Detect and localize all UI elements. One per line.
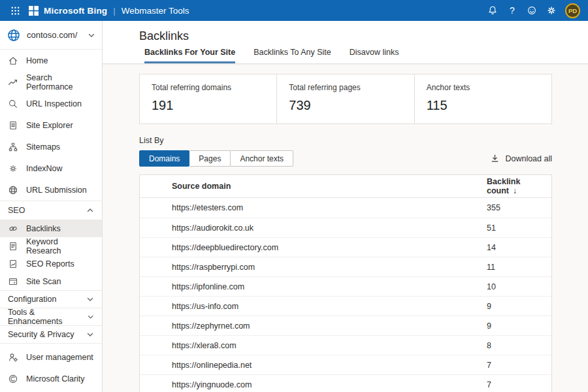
table-row[interactable]: https://etesters.com 355 xyxy=(140,198,551,218)
bell-icon xyxy=(487,5,498,16)
sidebar-item-seo-reports[interactable]: SEO Reports xyxy=(0,255,102,272)
user-gear-icon xyxy=(8,352,18,363)
app-launcher-button[interactable] xyxy=(5,0,25,21)
top-bar: Microsoft Bing | Webmaster Tools ? xyxy=(0,0,588,21)
sidebar-item-user-management[interactable]: User management xyxy=(0,346,102,368)
backlink-count-cell: 14 xyxy=(487,243,551,252)
list-by-segmented-control: Domains Pages Anchor texts xyxy=(139,150,293,167)
main-area: Backlinks Backlinks For Your Site Backli… xyxy=(103,21,588,392)
sidebar-item-label: Site Explorer xyxy=(26,121,73,130)
indexnow-gear-icon xyxy=(8,163,18,174)
stat-value: 191 xyxy=(152,98,265,113)
home-icon xyxy=(8,56,18,66)
settings-button[interactable] xyxy=(542,0,561,21)
table-row[interactable]: https://xlera8.com 8 xyxy=(140,335,551,355)
tab-backlinks-for-your-site[interactable]: Backlinks For Your Site xyxy=(144,48,235,63)
tab-backlinks-to-any-site[interactable]: Backlinks To Any Site xyxy=(253,48,331,63)
section-label: Configuration xyxy=(8,295,56,304)
backlink-count-cell: 7 xyxy=(487,380,551,389)
source-domain-cell: https://deepbluedirectory.com xyxy=(140,243,487,252)
stat-total-referring-domains: Total referring domains 191 xyxy=(140,74,276,123)
table-row[interactable]: https://deepbluedirectory.com 14 xyxy=(140,237,551,257)
table-row[interactable]: https://audiorokit.co.uk 51 xyxy=(140,218,551,237)
sidebar-section-tools-enhancements[interactable]: Tools & Enhancements xyxy=(0,308,102,326)
backlink-count-cell: 9 xyxy=(487,302,551,311)
sidebar-item-label: Keyword Research xyxy=(26,237,94,255)
feedback-button[interactable] xyxy=(522,0,542,21)
table-row[interactable]: https://us-info.com 9 xyxy=(140,296,551,316)
sidebar-section-configuration[interactable]: Configuration xyxy=(0,291,102,308)
page-title: Backlinks xyxy=(103,21,588,43)
section-label: SEO xyxy=(8,206,25,215)
source-domain-cell: https://onlinepedia.net xyxy=(140,361,487,370)
globe-icon xyxy=(7,28,21,42)
sidebar-item-indexnow[interactable]: IndexNow xyxy=(0,157,102,179)
sidebar-item-label: Home xyxy=(26,56,48,65)
list-by-anchor-texts-button[interactable]: Anchor texts xyxy=(230,150,293,167)
column-header-source-domain[interactable]: Source domain xyxy=(140,182,487,191)
table-row[interactable]: https://yingnuode.com 7 xyxy=(140,374,551,392)
sidebar-section-seo[interactable]: SEO xyxy=(0,201,102,220)
sidebar-item-microsoft-clarity[interactable]: Microsoft Clarity xyxy=(0,368,102,389)
sidebar-item-label: SEO Reports xyxy=(26,259,74,269)
backlink-count-cell: 11 xyxy=(487,263,551,272)
sidebar-item-home[interactable]: Home xyxy=(0,50,102,71)
brand-name[interactable]: Microsoft Bing xyxy=(44,6,107,16)
sidebar-section-security-privacy[interactable]: Security & Privacy xyxy=(0,326,102,344)
backlinks-table: Source domain Backlink count↓ https://et… xyxy=(139,174,552,392)
backlink-count-cell: 9 xyxy=(487,321,551,331)
sidebar-item-label: URL Submission xyxy=(26,186,87,195)
topbar-actions: ? PD xyxy=(483,0,583,21)
list-by-domains-button[interactable]: Domains xyxy=(139,150,189,167)
source-domain-cell: https://etesters.com xyxy=(140,203,487,212)
sort-descending-icon: ↓ xyxy=(513,186,517,195)
sidebar-item-label: Microsoft Clarity xyxy=(26,374,85,384)
stat-label: Anchor texts xyxy=(427,83,540,92)
sidebar-item-sitemaps[interactable]: Sitemaps xyxy=(0,136,102,157)
table-row[interactable]: https://raspberrypi.com 11 xyxy=(140,257,551,276)
chevron-up-icon xyxy=(86,206,94,214)
hierarchy-icon xyxy=(8,142,18,152)
waffle-icon xyxy=(10,6,20,16)
sidebar-item-label: IndexNow xyxy=(26,164,63,173)
help-icon: ? xyxy=(510,5,515,16)
sidebar-item-label: URL Inspection xyxy=(26,99,82,108)
sidebar-item-backlinks[interactable]: Backlinks xyxy=(0,220,102,237)
section-label: Tools & Enhancements xyxy=(8,308,87,326)
table-row[interactable]: https://zephyrnet.com 9 xyxy=(140,316,551,335)
sidebar-item-keyword-research[interactable]: Keyword Research xyxy=(0,237,102,255)
keyword-doc-icon xyxy=(8,241,18,252)
sidebar-item-site-explorer[interactable]: Site Explorer xyxy=(0,114,102,136)
sidebar-item-label: Search Performance xyxy=(26,73,94,91)
sidebar-item-label: Sitemaps xyxy=(26,142,60,152)
microsoft-logo-icon xyxy=(29,6,39,16)
help-button[interactable]: ? xyxy=(502,0,522,21)
sidebar-item-url-submission[interactable]: URL Submission xyxy=(0,179,102,201)
backlink-count-cell: 7 xyxy=(487,361,551,370)
chevron-down-icon xyxy=(88,31,95,39)
stat-total-referring-pages: Total referring pages 739 xyxy=(276,74,414,123)
stat-value: 739 xyxy=(289,98,402,113)
tab-disavow-links[interactable]: Disavow links xyxy=(350,48,399,63)
product-name[interactable]: Webmaster Tools xyxy=(122,6,189,16)
brand-separator: | xyxy=(113,6,115,16)
download-all-button[interactable]: Download all xyxy=(490,154,552,163)
column-header-backlink-count[interactable]: Backlink count↓ xyxy=(487,177,551,195)
list-by-pages-button[interactable]: Pages xyxy=(189,150,231,167)
sidebar-item-label: Backlinks xyxy=(26,224,61,233)
column-header-label: Source domain xyxy=(172,182,231,191)
stat-anchor-texts: Anchor texts 115 xyxy=(414,74,551,123)
sidebar-item-site-scan[interactable]: Site Scan xyxy=(0,272,102,290)
table-header-row: Source domain Backlink count↓ xyxy=(140,175,551,198)
sidebar-item-url-inspection[interactable]: URL Inspection xyxy=(0,93,102,114)
table-row[interactable]: https://onlinepedia.net 7 xyxy=(140,355,551,374)
site-selector[interactable]: contoso.com/ xyxy=(0,21,102,50)
avatar[interactable]: PD xyxy=(565,3,580,18)
sidebar-item-search-performance[interactable]: Search Performance xyxy=(0,71,102,93)
chevron-down-icon xyxy=(86,331,94,338)
table-row[interactable]: https://ipfonline.com 10 xyxy=(140,276,551,296)
stat-value: 115 xyxy=(427,98,540,113)
notifications-button[interactable] xyxy=(483,0,502,21)
chain-link-icon xyxy=(8,223,18,234)
source-domain-cell: https://yingnuode.com xyxy=(140,380,487,389)
